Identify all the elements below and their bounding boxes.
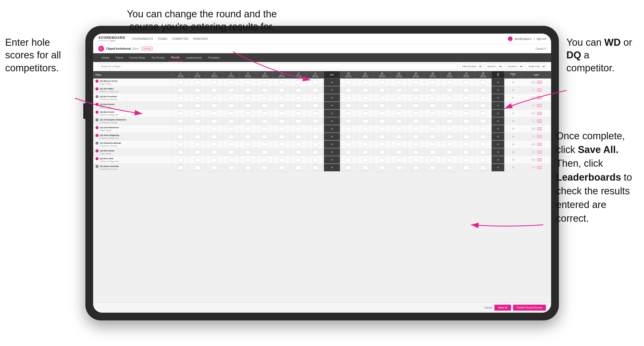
- hole-1-input[interactable]: [178, 135, 183, 139]
- nav-rankings[interactable]: RANKINGS: [193, 37, 208, 40]
- hole-14-input[interactable]: [413, 142, 419, 147]
- hole-4-input[interactable]: [228, 127, 234, 131]
- hole-8-input[interactable]: [296, 88, 301, 92]
- hole-4-input[interactable]: [228, 150, 234, 154]
- hole-13-input[interactable]: [396, 119, 402, 123]
- hole-2-input[interactable]: [195, 127, 200, 131]
- hole-15-input[interactable]: [430, 80, 435, 84]
- hole-8-input[interactable]: [296, 135, 301, 139]
- hole-9-input[interactable]: [313, 80, 318, 84]
- hole-4-input[interactable]: [228, 119, 234, 123]
- hole-8-input[interactable]: [296, 142, 301, 147]
- hole-7-input[interactable]: [279, 96, 285, 100]
- hole-18-input[interactable]: [480, 88, 486, 92]
- hole-11-input[interactable]: [362, 119, 368, 123]
- hole-6-input[interactable]: [262, 96, 268, 100]
- hole-7-input[interactable]: [279, 104, 285, 108]
- hole-17-input[interactable]: [463, 119, 469, 123]
- hole-10-input[interactable]: [346, 96, 351, 100]
- hole-17-input[interactable]: [463, 80, 469, 84]
- hole-5-input[interactable]: [245, 142, 251, 147]
- hole-16-input[interactable]: [447, 150, 452, 154]
- hole-14-input[interactable]: [413, 150, 419, 154]
- hole-4-input[interactable]: [228, 96, 234, 100]
- hole-12-input[interactable]: [379, 135, 385, 139]
- hole-16-input[interactable]: [447, 142, 452, 147]
- hole-5-input[interactable]: [245, 111, 251, 116]
- hole-8-input[interactable]: [296, 119, 301, 123]
- tab-printables[interactable]: Printables: [205, 54, 223, 61]
- hole-9-input[interactable]: [313, 119, 318, 123]
- hole-16-input[interactable]: [447, 96, 452, 100]
- hole-12-input[interactable]: [379, 111, 385, 116]
- hole-9-input[interactable]: [313, 150, 318, 154]
- search-input[interactable]: [98, 64, 457, 69]
- hole-4-input[interactable]: [228, 166, 234, 170]
- dq-button[interactable]: DQ: [537, 120, 542, 122]
- hole-10-input[interactable]: [346, 119, 351, 123]
- hole-7-input[interactable]: [279, 166, 285, 170]
- tab-results[interactable]: Results: [168, 54, 183, 61]
- hole-11-input[interactable]: [362, 96, 368, 100]
- hole-11-input[interactable]: [362, 127, 368, 131]
- hole-8-input[interactable]: [296, 166, 301, 170]
- hole-7-input[interactable]: [279, 127, 285, 131]
- publish-button[interactable]: Publish Round Scores: [513, 305, 546, 311]
- hole-17-input[interactable]: [463, 166, 469, 170]
- hole-3-input[interactable]: [211, 127, 217, 131]
- hole-14-input[interactable]: [413, 80, 419, 84]
- nav-committee[interactable]: COMMITTEE: [172, 37, 189, 40]
- hole-3-input[interactable]: [211, 96, 217, 100]
- hole-2-input[interactable]: [195, 96, 200, 100]
- course-select[interactable]: Course A: [505, 64, 523, 69]
- hole-15-input[interactable]: [430, 119, 435, 123]
- hole-11-input[interactable]: [362, 150, 368, 154]
- wd-button[interactable]: WD: [531, 135, 536, 138]
- hole-6-input[interactable]: [262, 127, 268, 131]
- hole-5-input[interactable]: [245, 127, 251, 131]
- hole-6-input[interactable]: [262, 88, 268, 92]
- hole-10-input[interactable]: [346, 111, 351, 116]
- wd-button[interactable]: WD: [531, 151, 536, 153]
- hole-10-input[interactable]: [346, 104, 351, 108]
- hole-1-input[interactable]: [178, 150, 183, 154]
- hole-12-input[interactable]: [379, 166, 385, 170]
- hole-2-input[interactable]: [195, 111, 200, 116]
- hole-14-input[interactable]: [413, 88, 419, 92]
- hole-10-input[interactable]: [346, 166, 351, 170]
- hole-5-input[interactable]: [245, 96, 251, 100]
- hole-3-input[interactable]: [211, 150, 217, 154]
- hole-15-input[interactable]: [430, 127, 435, 131]
- hole-9-input[interactable]: [313, 158, 318, 162]
- hole-10-input[interactable]: [346, 158, 351, 162]
- cancel-action-btn[interactable]: Cancel: [484, 306, 492, 309]
- hole-17-input[interactable]: [463, 150, 469, 154]
- hole-17-input[interactable]: [463, 111, 469, 116]
- hole-12-input[interactable]: [379, 96, 385, 100]
- wd-button[interactable]: WD: [531, 104, 536, 107]
- hole-10-input[interactable]: [346, 127, 351, 131]
- hole-1-input[interactable]: [178, 88, 183, 92]
- wd-button[interactable]: WD: [531, 96, 536, 99]
- hole-12-input[interactable]: [379, 127, 385, 131]
- hole-11-input[interactable]: [362, 135, 368, 139]
- hole-15-input[interactable]: [430, 104, 435, 108]
- hole-6-input[interactable]: [262, 158, 268, 162]
- hole-18-input[interactable]: [480, 127, 486, 131]
- hole-18-input[interactable]: [480, 150, 486, 154]
- wd-button[interactable]: WD: [531, 143, 536, 146]
- hole-14-input[interactable]: [413, 135, 419, 139]
- wd-button[interactable]: WD: [531, 89, 536, 91]
- hole-3-input[interactable]: [211, 119, 217, 123]
- hole-14-input[interactable]: [413, 166, 419, 170]
- hole-10-input[interactable]: [346, 135, 351, 139]
- hole-10-input[interactable]: [346, 142, 351, 147]
- hole-3-input[interactable]: [211, 111, 217, 116]
- hole-12-input[interactable]: [379, 104, 385, 108]
- dq-button[interactable]: DQ: [537, 143, 542, 146]
- hole-3-input[interactable]: [211, 88, 217, 92]
- tab-tee-groups[interactable]: Tee Groups: [148, 54, 168, 61]
- hole-7-input[interactable]: [279, 88, 285, 92]
- hole-1-input[interactable]: [178, 111, 183, 116]
- dq-button[interactable]: DQ: [537, 151, 542, 153]
